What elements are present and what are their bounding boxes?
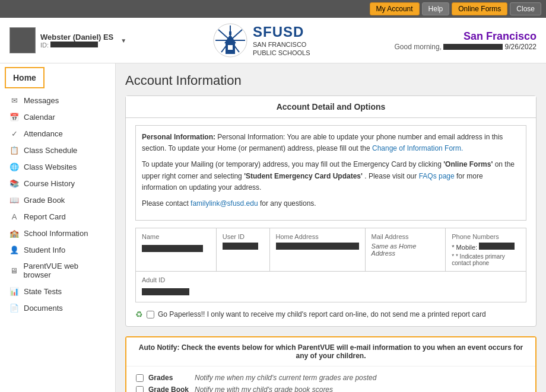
sidebar-item-label: Report Card: [24, 212, 66, 221]
sidebar-item-state-tests[interactable]: 📊 State Tests: [0, 283, 115, 299]
school-id: ID:: [40, 42, 113, 49]
report-card-icon: A: [9, 212, 19, 221]
info3-post: for any questions.: [260, 199, 316, 208]
sfusd-logo-icon: [212, 23, 248, 58]
messages-icon: ✉: [9, 95, 19, 105]
online-forms-bold: 'Online Forms': [443, 160, 493, 168]
school-name: Webster (Daniel) ES: [40, 33, 113, 42]
faqs-link[interactable]: FAQs page: [419, 172, 455, 180]
info3-pre: Please contact: [142, 199, 189, 208]
sidebar-item-attendance[interactable]: ✓ Attendance: [0, 125, 115, 142]
paperless-row: ♻ Go Paperless!! I only want to receive …: [135, 310, 526, 319]
name-value: [142, 245, 203, 252]
home-nav-item[interactable]: Home: [5, 67, 45, 88]
home-address-value: [276, 243, 359, 250]
info-text-1: Personal Information: Personal Informati…: [142, 132, 520, 154]
auto-notify-body: Grades Notify me when my child's current…: [126, 366, 535, 392]
sidebar-item-label: School Information: [24, 229, 88, 238]
gradebook-checkbox[interactable]: [136, 386, 144, 392]
class-schedule-icon: 📋: [9, 145, 19, 155]
personal-info-bold: Personal Information:: [142, 133, 215, 141]
info-text-2: To update your Mailing (or temporary) ad…: [142, 159, 520, 193]
name-label: Name: [142, 233, 210, 240]
paperless-text: Go Paperless!! I only want to receive my…: [158, 310, 486, 318]
sfusd-logo: SFUSD SAN FRANCISCO PUBLIC SCHOOLS: [212, 23, 310, 58]
card-header: Account Detail and Options: [126, 96, 536, 118]
sidebar-item-label: Grade Book: [24, 196, 65, 205]
school-dropdown-arrow[interactable]: ▼: [120, 37, 126, 44]
sidebar: Home ✉ Messages 📅 Calendar ✓ Attendance …: [0, 63, 116, 392]
svg-rect-11: [229, 31, 231, 35]
card-body: Personal Information: Personal Informati…: [126, 118, 536, 326]
auto-notify-header: Auto Notify: Check the events below for …: [126, 337, 535, 366]
sidebar-item-calendar[interactable]: 📅 Calendar: [0, 109, 115, 125]
state-tests-icon: 📊: [9, 286, 19, 296]
student-info-icon: 👤: [9, 245, 19, 254]
user-name-hidden: [443, 44, 503, 50]
calendar-icon: 📅: [9, 112, 19, 122]
paperless-checkbox[interactable]: [147, 311, 154, 318]
adult-id-label: Adult ID: [142, 276, 520, 283]
help-button[interactable]: Help: [422, 2, 450, 15]
header-right: San Francisco Good morning, 9/26/2022: [395, 30, 537, 51]
greeting-text: Good morning, 9/26/2022: [395, 43, 537, 51]
sidebar-item-report-card[interactable]: A Report Card: [0, 208, 115, 225]
main-layout: Home ✉ Messages 📅 Calendar ✓ Attendance …: [0, 63, 546, 392]
greeting-label: Good morning,: [395, 43, 442, 51]
name-cell: Name: [136, 228, 217, 271]
email-link[interactable]: familylink@sfusd.edu: [191, 199, 258, 208]
sidebar-item-label: Class Schedule: [24, 146, 77, 155]
info-text-3: Please contact familylink@sfusd.edu for …: [142, 198, 520, 209]
account-detail-card: Account Detail and Options Personal Info…: [125, 95, 537, 327]
my-account-button[interactable]: My Account: [370, 2, 420, 15]
gradebook-desc: Notify me with my child's grade book sco…: [195, 385, 333, 392]
top-bar: My Account Help Online Forms Close: [0, 0, 546, 18]
userid-label: User ID: [223, 233, 264, 240]
sidebar-item-parentvue-browser[interactable]: 🖥 ParentVUE web browser: [0, 258, 115, 283]
sidebar-item-student-info[interactable]: 👤 Student Info: [0, 241, 115, 258]
city-title: San Francisco: [395, 30, 537, 43]
grades-label: Grades: [148, 374, 190, 382]
content-area: Account Information Account Detail and O…: [116, 63, 546, 392]
home-address-label: Home Address: [276, 233, 359, 240]
phone-note: * * Indicates primary contact phone: [452, 253, 520, 266]
online-forms-button[interactable]: Online Forms: [452, 2, 507, 15]
sidebar-item-grade-book[interactable]: 📖 Grade Book: [0, 192, 115, 208]
emergency-card-bold: 'Student Emergency Card Updates': [244, 172, 363, 180]
sidebar-item-documents[interactable]: 📄 Documents: [0, 299, 115, 316]
sidebar-item-label: Calendar: [24, 113, 55, 122]
sidebar-item-class-schedule[interactable]: 📋 Class Schedule: [0, 142, 115, 158]
mobile-label: * Mobile:: [452, 244, 477, 251]
sidebar-item-school-information[interactable]: 🏫 School Information: [0, 225, 115, 241]
class-websites-icon: 🌐: [9, 162, 19, 171]
adult-id-value: [142, 288, 189, 295]
sidebar-item-label: State Tests: [24, 287, 62, 296]
sidebar-item-course-history[interactable]: 📚 Course History: [0, 175, 115, 192]
userid-value: [223, 243, 258, 250]
fields-row: Name User ID Home Address Mail Address S…: [135, 228, 526, 272]
close-button[interactable]: Close: [510, 2, 541, 15]
sidebar-item-label: Documents: [24, 304, 63, 313]
school-id-value: [50, 42, 98, 47]
sidebar-item-label: Messages: [24, 96, 59, 105]
gradebook-notify-row: Grade Book Notify me with my child's gra…: [136, 385, 526, 392]
header-center: SFUSD SAN FRANCISCO PUBLIC SCHOOLS: [128, 23, 395, 58]
course-history-icon: 📚: [9, 179, 19, 188]
change-of-information-link[interactable]: Change of Information Form.: [372, 144, 463, 152]
sfusd-text: SFUSD SAN FRANCISCO PUBLIC SCHOOLS: [253, 24, 310, 58]
sidebar-item-messages[interactable]: ✉ Messages: [0, 92, 115, 109]
sidebar-item-class-websites[interactable]: 🌐 Class Websites: [0, 158, 115, 175]
phone-cell: Phone Numbers * Mobile: * * Indicates pr…: [446, 228, 526, 271]
grade-book-icon: 📖: [9, 195, 19, 205]
browser-icon: 🖥: [9, 266, 19, 275]
sidebar-item-label: ParentVUE web browser: [24, 262, 106, 279]
sidebar-item-label: Attendance: [24, 129, 63, 138]
page-title: Account Information: [125, 73, 537, 88]
school-info: Webster (Daniel) ES ID:: [40, 33, 113, 49]
header: Webster (Daniel) ES ID: ▼: [0, 18, 546, 63]
grades-checkbox[interactable]: [136, 374, 144, 382]
school-selector: Webster (Daniel) ES ID: ▼: [9, 27, 128, 53]
info2-post: . Please visit our: [364, 172, 417, 180]
mail-address-same: Same as Home Address: [372, 243, 440, 257]
grades-desc: Notify me when my child's current term g…: [195, 374, 376, 382]
